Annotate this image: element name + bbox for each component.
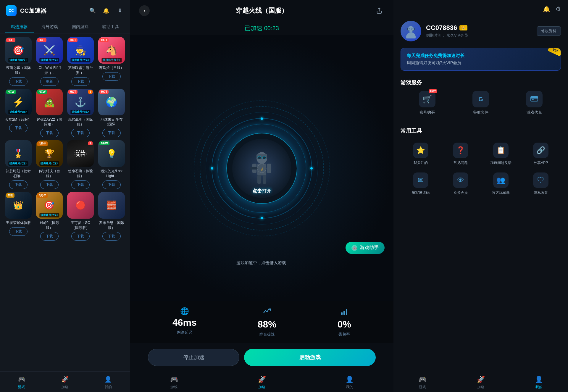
download-button[interactable]: 下载	[9, 227, 28, 236]
middle-nav-profile[interactable]: 👤 我的	[306, 376, 393, 390]
tab-overseas[interactable]: 海外游戏	[35, 21, 64, 33]
privacy-icon-wrap: 🛡	[533, 172, 548, 188]
tab-featured[interactable]: 精选推荐	[5, 21, 34, 33]
download-button[interactable]: 下载	[9, 180, 28, 189]
share-app-icon: 🔗	[536, 146, 545, 154]
download-button[interactable]: 下载	[102, 129, 121, 137]
right-settings-icon[interactable]: ⚙	[556, 5, 561, 12]
right-nav-games-label: 游戏	[419, 385, 426, 390]
game-thumb[interactable]: HOT 🎯 提供账号购买+	[5, 37, 32, 64]
following-icon: ⭐	[416, 146, 425, 154]
right-nav-games[interactable]: 🎮 游戏	[393, 376, 452, 390]
shop-icon: 🛒	[422, 95, 432, 104]
tool-share[interactable]: 🔗 分享APP	[521, 139, 561, 169]
game-thumb[interactable]: 🎖️ 提供账号代充+	[5, 140, 32, 167]
share-button[interactable]	[374, 5, 385, 16]
service-google[interactable]: G 谷歌套件	[454, 91, 508, 115]
game-name: 使命召唤（体验服）	[67, 169, 94, 179]
download-button[interactable]: 下载	[40, 129, 59, 137]
nav-games[interactable]: 🎮 游戏	[0, 375, 43, 390]
tab-domestic[interactable]: 国内游戏	[66, 21, 95, 33]
middle-nav-speed[interactable]: 🚀 加速	[218, 376, 306, 390]
back-button[interactable]: ‹	[139, 5, 150, 16]
list-item: HOT ⚓ 提供账号代充+ 1 现代战舰（国际服） 下载	[67, 89, 95, 138]
download-button[interactable]: 下载	[102, 232, 121, 241]
hot-badge: HOT	[68, 38, 78, 42]
orbit-dot-bottom	[261, 217, 263, 219]
download-icon[interactable]: ⬇	[116, 7, 124, 15]
download-button[interactable]: 下载	[71, 180, 90, 189]
assistant-label: 游戏助手	[360, 245, 379, 251]
sub-badge: 提供账号代充+	[8, 110, 28, 114]
game-thumb[interactable]: 加密 👑	[5, 192, 32, 219]
packetloss-label: 丢包率	[338, 332, 350, 337]
vip-promo-banner[interactable]: 每天完成任务免费得加速时长 周周邀请好友可领7天VIP会员	[401, 48, 561, 71]
tool-following[interactable]: ⭐ 我关注的	[401, 139, 441, 169]
svg-rect-8	[250, 167, 258, 170]
tool-feedback[interactable]: 📋 加速问题反馈	[481, 139, 521, 169]
tab-tools[interactable]: 辅助工具	[96, 21, 125, 33]
game-thumb[interactable]: HOT 🧙 提供账号代充+	[67, 37, 94, 64]
middle-nav-games[interactable]: 🎮 游戏	[130, 376, 218, 390]
tool-share-label: 分享APP	[534, 160, 548, 165]
nav-games-label: 游戏	[18, 385, 25, 390]
notification-icon[interactable]: 🔔	[102, 7, 110, 15]
game-thumb[interactable]: HOT ⚔️ 提供账号代充+	[36, 37, 63, 64]
download-button[interactable]: 下载	[40, 180, 59, 189]
game-thumb[interactable]: NEW 💡	[98, 140, 125, 167]
download-button[interactable]: 下载	[71, 232, 90, 241]
tool-invite[interactable]: ✉ 填写邀请码	[401, 169, 441, 199]
download-button[interactable]: 下载	[102, 180, 121, 189]
edit-profile-button[interactable]: 修改资料	[537, 26, 561, 36]
game-thumb[interactable]: 1 CALLDUTY	[67, 140, 94, 167]
download-button[interactable]: 下载	[40, 232, 59, 241]
right-notification-icon[interactable]: 🔔	[543, 5, 550, 12]
game-name: 罗布乐思（国际服）	[98, 220, 125, 230]
game-center-button[interactable]: ☝ 点击打开	[226, 133, 297, 204]
tool-community[interactable]: 👥 官方玩家群	[481, 169, 521, 199]
game-thumb[interactable]: 4周年 🏆 提供账号代充+	[36, 140, 63, 167]
right-nav-profile[interactable]: 👤 我的	[510, 376, 568, 390]
game-name: 英雄联盟手游台服（...	[67, 65, 94, 75]
game-thumb[interactable]: HOT 🐴 提供账号代充+	[98, 37, 125, 64]
svg-point-9	[258, 156, 261, 159]
svg-point-17	[406, 32, 416, 38]
download-button[interactable]: 下载	[9, 124, 28, 132]
orbit-dot-left	[211, 167, 213, 170]
tool-privacy-label: 隐私政策	[534, 190, 548, 195]
tool-exchange[interactable]: 👁 兑换会员	[441, 169, 481, 199]
anniversary-badge: 4周年	[37, 193, 48, 198]
update-button[interactable]: 更新	[40, 77, 59, 86]
start-game-button[interactable]: 启动游戏	[244, 349, 376, 366]
right-nav-speed[interactable]: 🚀 加速	[452, 376, 510, 390]
stop-acceleration-button[interactable]: 停止加速	[148, 349, 239, 366]
service-shop[interactable]: 🛒 HOT 账号购买	[401, 91, 454, 115]
list-item: 🧱 罗布乐思（国际服） 下载	[98, 192, 126, 241]
game-thumb[interactable]: 🧱	[98, 192, 125, 219]
service-topup-label: 游戏代充	[527, 110, 542, 115]
nav-profile[interactable]: 👤 我的	[87, 375, 130, 390]
list-item: HOT 🌍 地球末日:生存（国际... 下载	[98, 89, 126, 138]
game-thumb[interactable]: 4周年 🎯 提供账号代充+	[36, 192, 63, 219]
packetloss-icon	[340, 307, 348, 317]
game-name: 传说对决（台服）	[36, 169, 63, 179]
game-thumb[interactable]: HOT 🌍	[98, 89, 125, 115]
game-thumb[interactable]: 🔴	[67, 192, 94, 219]
game-name: 决胜时刻（使命召唤...	[5, 169, 32, 179]
service-topup[interactable]: 游戏代充	[507, 91, 561, 115]
game-thumb[interactable]: NEW 🧟	[36, 89, 63, 115]
search-icon[interactable]: 🔍	[88, 7, 97, 15]
download-button[interactable]: 下载	[9, 77, 28, 86]
game-thumb[interactable]: NEW ⚡ 提供账号代充+	[5, 89, 32, 115]
shop-icon-wrap: 🛒 HOT	[419, 91, 435, 107]
download-button[interactable]: 下载	[71, 129, 90, 137]
tool-faq[interactable]: ❓ 常见问题	[441, 139, 481, 169]
download-button[interactable]: 下载	[71, 77, 90, 86]
nav-speed[interactable]: 🚀 加速	[43, 375, 86, 390]
tool-privacy[interactable]: 🛡 隐私政策	[521, 169, 561, 199]
game-assistant-button[interactable]: 🤖 游戏助手	[346, 242, 385, 254]
download-button[interactable]: 下载	[102, 72, 121, 81]
latency-icon: 🌐	[180, 307, 189, 315]
game-thumb[interactable]: HOT ⚓ 提供账号代充+ 1	[67, 89, 94, 115]
sub-badge: 提供账号代充+	[8, 161, 28, 166]
